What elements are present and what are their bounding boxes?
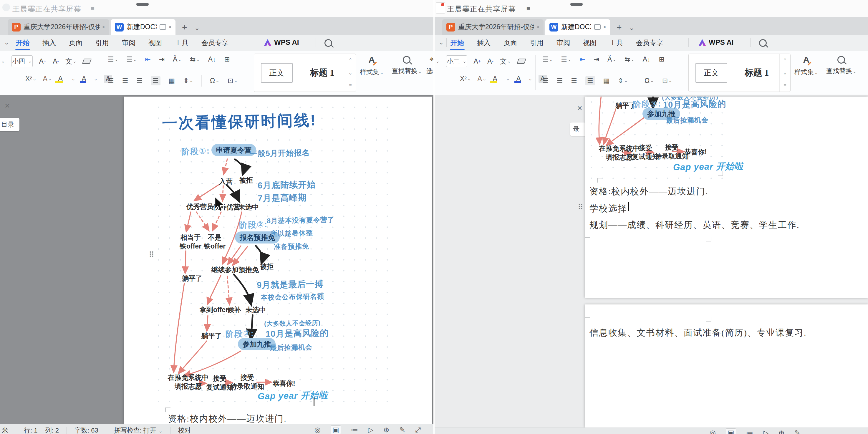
image-drag-handle-icon[interactable]: ⠿ — [149, 250, 154, 259]
status-spellcheck[interactable]: 拼写检查: 打开 ⌄ — [114, 426, 162, 434]
ribbon-tab-home[interactable]: 开始 — [450, 35, 465, 50]
ribbon-tab-view[interactable]: 视图 — [582, 35, 597, 50]
find-replace-button[interactable]: 查找替换⌄ — [826, 55, 857, 75]
tab-presentation[interactable]: P 重庆大学2026年研招-仅供研招宣 • — [8, 19, 109, 35]
ribbon-collapse-icon[interactable]: ⌄ — [439, 39, 444, 46]
numbered-list-button[interactable]: ☰⌄ — [126, 55, 136, 63]
share-menu-icon[interactable]: ≡ — [91, 5, 94, 12]
close-panel-icon[interactable]: × — [577, 103, 582, 113]
comment-bubble-icon[interactable] — [594, 24, 601, 30]
web-view-icon[interactable]: ⊕ — [383, 426, 389, 434]
distribute-button[interactable]: ▦ — [603, 77, 610, 85]
comment-bubble-icon[interactable] — [160, 24, 166, 30]
sort-button[interactable]: A↓ — [643, 55, 651, 63]
ribbon-tab-reference[interactable]: 引用 — [529, 35, 544, 50]
align-left-button[interactable]: ☰ — [542, 77, 549, 85]
document-page[interactable]: 一次看懂保研时间线! 阶段①: 申请夏令营 一般5月开始报名 入营 被拒 6月底… — [124, 97, 432, 424]
phonetic-guide-button[interactable]: 文⌄ — [500, 57, 511, 66]
toc-side-tab[interactable]: 录 — [570, 123, 586, 136]
ribbon-tab-member[interactable]: 会员专享 — [201, 35, 229, 50]
style-body[interactable]: 正文 — [261, 63, 293, 83]
font-size-select[interactable]: 小二 ⌄ — [446, 55, 467, 67]
highlight-color-button[interactable]: A⌄ — [58, 75, 75, 83]
close-panel-icon[interactable]: × — [5, 101, 10, 111]
wps-ai-button[interactable]: WPS AI — [698, 38, 734, 46]
font-name-remnant-icon[interactable]: ⌄ — [436, 59, 440, 64]
web-view-icon[interactable]: ⊕ — [778, 429, 784, 434]
font-color-button[interactable]: A⌄ — [82, 75, 97, 83]
style-set-button[interactable]: A 样式集⌄ — [795, 55, 818, 76]
superscript-button[interactable]: X²⌄ — [460, 75, 471, 83]
window-drag-pill[interactable] — [570, 3, 583, 6]
gallery-more-icon[interactable]: ≡ — [783, 83, 786, 88]
increase-font-button[interactable]: A+ — [39, 57, 46, 65]
wps-ai-button[interactable]: WPS AI — [264, 38, 299, 46]
increase-indent-button[interactable]: ⇥ — [594, 55, 599, 63]
find-replace-button[interactable]: 查找替换⌄ — [392, 55, 422, 75]
font-name-remnant-icon[interactable]: ⌄ — [1, 59, 5, 64]
sort-button[interactable]: A↓ — [208, 55, 216, 63]
paragraph-marks-button[interactable]: ⊞ — [659, 55, 664, 63]
decrease-indent-button[interactable]: ⇤ — [580, 55, 585, 63]
clear-format-eraser-icon[interactable] — [517, 59, 526, 64]
highlight-color-button[interactable]: A⌄ — [493, 75, 510, 83]
clear-format-eraser-icon[interactable] — [82, 59, 92, 64]
play-view-icon[interactable]: ▷ — [763, 429, 769, 434]
document-page-2[interactable]: 信息收集、文书材料、面试准备(简历)、专业课复习. — [585, 305, 868, 428]
symbol-button[interactable]: Ω⌄ — [645, 77, 654, 85]
status-proofread-button[interactable]: 校对 — [178, 426, 191, 434]
tab-list-button[interactable]: ⌄ — [629, 24, 634, 32]
paragraph-marks-button[interactable]: ⊞ — [224, 55, 230, 63]
style-heading1[interactable]: 标题 1 — [300, 54, 345, 92]
ribbon-tab-review[interactable]: 审阅 — [121, 35, 136, 50]
select-button-partial[interactable]: ⌖ 选⌄ — [426, 55, 433, 76]
gallery-up-icon[interactable]: ⌃ — [783, 57, 787, 63]
ribbon-tab-page[interactable]: 页面 — [503, 35, 518, 50]
phonetic-guide-button[interactable]: 文⌄ — [65, 57, 76, 66]
outline-view-icon[interactable]: ≔ — [746, 429, 753, 434]
border-button[interactable]: ⊡⌄ — [227, 77, 238, 85]
style-body[interactable]: 正文 — [695, 63, 727, 83]
line-spacing-button[interactable]: ⇕⌄ — [183, 77, 193, 85]
bullet-list-button[interactable]: ☰⌄ — [542, 55, 553, 63]
decrease-indent-button[interactable]: ⇤ — [145, 55, 151, 63]
style-heading1[interactable]: 标题 1 — [734, 54, 779, 92]
align-right-button[interactable]: ☰ — [571, 77, 577, 85]
text-direction-button[interactable]: ⇆⌄ — [624, 55, 634, 63]
document-page-1[interactable]: 躺平了 阶段③: 参加九推 (大多数人不会经历) 10月是高风险的 最后捡漏机会… — [585, 97, 868, 298]
increase-indent-button[interactable]: ⇥ — [159, 55, 164, 63]
font-size-select[interactable]: 小四 ⌄ — [11, 55, 33, 67]
status-word-count[interactable]: 字数: 63 — [74, 426, 98, 434]
ribbon-tab-tools[interactable]: 工具 — [609, 35, 624, 50]
style-set-button[interactable]: A 样式集⌄ — [360, 55, 384, 76]
ribbon-tab-view[interactable]: 视图 — [148, 35, 162, 50]
align-left-button[interactable]: ☰ — [108, 77, 114, 85]
ribbon-tab-insert[interactable]: 插入 — [476, 35, 491, 50]
ribbon-collapse-icon[interactable]: ⌄ — [4, 39, 9, 46]
bullet-list-button[interactable]: ☰⌄ — [108, 55, 118, 63]
text-effect-button[interactable]: A⌄ — [43, 75, 52, 83]
ribbon-tab-page[interactable]: 页面 — [68, 35, 83, 50]
align-center-button[interactable]: ☰ — [557, 77, 563, 85]
fullscreen-icon[interactable]: ⤢ — [415, 426, 421, 434]
decrease-font-button[interactable]: A- — [487, 57, 494, 65]
gallery-more-icon[interactable]: ≡ — [349, 83, 351, 88]
border-button[interactable]: ⊡⌄ — [662, 77, 672, 85]
paragraph-drag-handle-icon[interactable]: ⠿ — [578, 203, 583, 212]
ribbon-tab-home[interactable]: 开始 — [15, 35, 30, 50]
tab-list-button[interactable]: ⌄ — [194, 24, 199, 32]
ribbon-tab-reference[interactable]: 引用 — [95, 35, 110, 50]
new-tab-button[interactable]: + — [617, 22, 622, 32]
tab-document[interactable]: W 新建DOCX 文档.docx • — [111, 19, 176, 35]
justify-button[interactable]: ☰ — [151, 76, 160, 85]
new-tab-button[interactable]: + — [182, 22, 187, 32]
numbered-list-button[interactable]: ☰⌄ — [561, 55, 571, 63]
edit-pen-icon[interactable]: ✎ — [399, 426, 405, 434]
ribbon-tab-member[interactable]: 会员专享 — [636, 35, 664, 50]
play-view-icon[interactable]: ▷ — [368, 426, 373, 434]
text-direction-button[interactable]: ⇆⌄ — [190, 55, 200, 63]
gallery-up-icon[interactable]: ⌃ — [348, 57, 352, 63]
page-view-icon[interactable]: ▣ — [331, 426, 341, 434]
symbol-button[interactable]: Ω⌄ — [210, 77, 219, 85]
gallery-down-icon[interactable]: ⌄ — [348, 70, 352, 76]
